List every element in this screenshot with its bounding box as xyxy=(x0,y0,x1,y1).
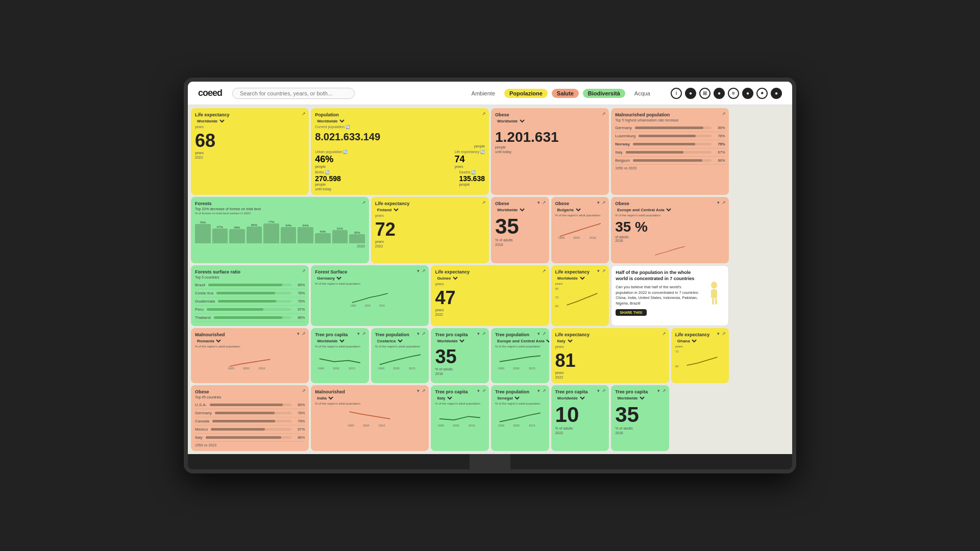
region-dropdown[interactable]: Italy xyxy=(435,395,454,401)
circle-icon-4[interactable]: ● xyxy=(771,88,782,99)
expand-icon[interactable]: ↗ xyxy=(602,388,606,393)
circle-icon-1[interactable]: ● xyxy=(685,88,696,99)
card-obese-worldwide: ↗ Obese Worldwide 1.201.631 people until… xyxy=(491,108,609,195)
region-dropdown[interactable]: Romania xyxy=(195,338,223,344)
region-dropdown[interactable]: Ghana xyxy=(675,338,698,344)
expand-icon[interactable]: ↗ xyxy=(722,331,726,336)
list-item: Mexico 67% xyxy=(195,425,305,434)
bar-item: 56% xyxy=(229,226,245,243)
region-dropdown[interactable]: India xyxy=(315,395,335,401)
expand-icon[interactable]: ↗ xyxy=(302,388,306,393)
births-people: people xyxy=(315,183,341,186)
region-dropdown[interactable]: Worldwide xyxy=(435,338,466,344)
expand-icon[interactable]: ↗ xyxy=(602,268,606,273)
expand-icon[interactable]: ↗ xyxy=(542,331,546,336)
expand-icon[interactable]: ↗ xyxy=(662,388,666,393)
nav-popolazione[interactable]: Popolazione xyxy=(504,89,548,98)
expand-icon[interactable]: ↗ xyxy=(542,268,546,273)
nav-acqua[interactable]: Acqua xyxy=(629,89,655,98)
region-dropdown[interactable]: Italy xyxy=(555,338,574,344)
expand-icon[interactable]: ↗ xyxy=(542,200,546,205)
expand-icon[interactable]: ↗ xyxy=(542,388,546,393)
y-max: 70 xyxy=(675,350,679,353)
dropdown-arrow[interactable]: ▾ xyxy=(597,200,600,205)
card-life-exp-worldwide-chart: ↗ ▾ Life expectancy Worldwide years 80 7… xyxy=(551,265,609,326)
nav-ambiente[interactable]: Ambiente xyxy=(467,89,500,98)
expand-icon[interactable]: ↗ xyxy=(722,111,726,116)
expand-icon[interactable]: ↗ xyxy=(362,331,366,336)
list-item: Brazil 89% xyxy=(195,281,305,289)
dropdown-arrow[interactable]: ▾ xyxy=(657,388,660,393)
expand-icon[interactable]: ↗ xyxy=(422,331,426,336)
region-dropdown[interactable]: Worldwide xyxy=(615,395,646,401)
expand-icon[interactable]: ↗ xyxy=(422,388,426,393)
dropdown-arrow[interactable]: ▾ xyxy=(597,268,600,273)
circle-icon-3[interactable]: ● xyxy=(742,88,753,99)
search-input[interactable] xyxy=(232,88,355,99)
region-dropdown[interactable]: Finland xyxy=(375,207,400,213)
expand-icon[interactable]: ↗ xyxy=(302,268,306,273)
expand-icon[interactable]: ↗ xyxy=(362,200,366,205)
circle-icon-2[interactable]: ● xyxy=(714,88,725,99)
dropdown-arrow[interactable]: ▾ xyxy=(297,331,300,336)
line-chart: 1990 2000 2015 xyxy=(315,350,365,370)
region-dropdown[interactable]: Worldwide xyxy=(555,395,586,401)
share-button[interactable]: SHARE THIS! xyxy=(616,309,647,316)
dropdown-arrow[interactable]: ▾ xyxy=(597,388,600,393)
card-life-exp-italy: ↗ Life expectancy Italy years 81 years 2… xyxy=(551,328,669,383)
region-dropdown[interactable]: Worldwide xyxy=(195,118,226,124)
region-dropdown[interactable]: Germany xyxy=(315,276,343,281)
region-dropdown[interactable]: Worldwide xyxy=(555,276,586,281)
unit: years xyxy=(555,371,665,374)
nav-salute[interactable]: Salute xyxy=(552,89,579,98)
sublabel: until today xyxy=(495,150,605,154)
region-dropdown[interactable]: Europe and Central Asia xyxy=(495,338,549,344)
expand-icon[interactable]: ↗ xyxy=(482,111,486,116)
nav-links: Ambiente Popolazione Salute Biodiversità… xyxy=(467,89,655,98)
list-item: Luxemburg 78% xyxy=(615,132,725,140)
expand-icon[interactable]: ↗ xyxy=(482,388,486,393)
card-title: Forests surface ratio xyxy=(195,269,305,274)
expand-icon[interactable]: ↗ xyxy=(482,200,486,205)
nav-biodiversita[interactable]: Biodiversità xyxy=(583,89,625,98)
region-dropdown[interactable]: Worldwide xyxy=(315,118,346,124)
expand-icon[interactable]: ↗ xyxy=(662,331,666,336)
dropdown-arrow[interactable]: ▾ xyxy=(417,268,420,273)
dropdown-arrow[interactable]: ▾ xyxy=(477,331,480,336)
unit: years xyxy=(435,308,545,312)
region-dropdown[interactable]: Guinee xyxy=(435,276,459,281)
dropdown-arrow[interactable]: ▾ xyxy=(417,331,420,336)
info-heading: Half of the population in the whole worl… xyxy=(616,270,700,282)
region-dropdown[interactable]: Senegal xyxy=(495,395,521,401)
dropdown-arrow[interactable]: ▾ xyxy=(717,331,720,336)
country-list: U.S.A. 89% Germany 78% Canada 79% xyxy=(195,401,305,442)
expand-icon[interactable]: ↗ xyxy=(302,111,306,116)
region-dropdown[interactable]: Europe and Central Asia xyxy=(615,207,673,213)
region-dropdown[interactable]: Worldwide xyxy=(495,118,526,124)
dropdown-arrow[interactable]: ▾ xyxy=(357,331,360,336)
info-icon[interactable]: i xyxy=(671,88,682,99)
table-icon[interactable]: ⊞ xyxy=(699,88,710,99)
list-icon[interactable]: ≡ xyxy=(728,88,739,99)
dropdown-arrow[interactable]: ▾ xyxy=(537,331,540,336)
sun-icon[interactable]: ✦ xyxy=(756,88,768,99)
card-life-exp-finland: ↗ Life expectancy Finland years 72 years… xyxy=(371,197,489,263)
expand-icon[interactable]: ↗ xyxy=(602,200,606,205)
expand-icon[interactable]: ↗ xyxy=(422,268,426,273)
dropdown-arrow[interactable]: ▾ xyxy=(537,200,540,205)
region-dropdown[interactable]: Costarica xyxy=(375,338,404,344)
monitor-stand xyxy=(188,454,792,469)
dropdown-arrow[interactable]: ▾ xyxy=(417,388,420,393)
expand-icon[interactable]: ↗ xyxy=(482,331,486,336)
dropdown-arrow[interactable]: ▾ xyxy=(477,388,480,393)
dropdown-arrow[interactable]: ▾ xyxy=(717,200,720,205)
card-tree-pop-costarica: ↗ ▾ Tree population Costarica % of the r… xyxy=(371,328,429,383)
region-dropdown[interactable]: Bulgaria xyxy=(555,207,582,213)
expand-icon[interactable]: ↗ xyxy=(602,111,606,116)
region-dropdown[interactable]: Worldwide xyxy=(495,207,526,213)
region-dropdown[interactable]: Worldwide xyxy=(315,338,346,344)
expand-icon[interactable]: ↗ xyxy=(302,331,306,336)
expand-icon[interactable]: ↗ xyxy=(722,200,726,205)
year: 2016 xyxy=(435,372,485,375)
dropdown-arrow[interactable]: ▾ xyxy=(537,388,540,393)
